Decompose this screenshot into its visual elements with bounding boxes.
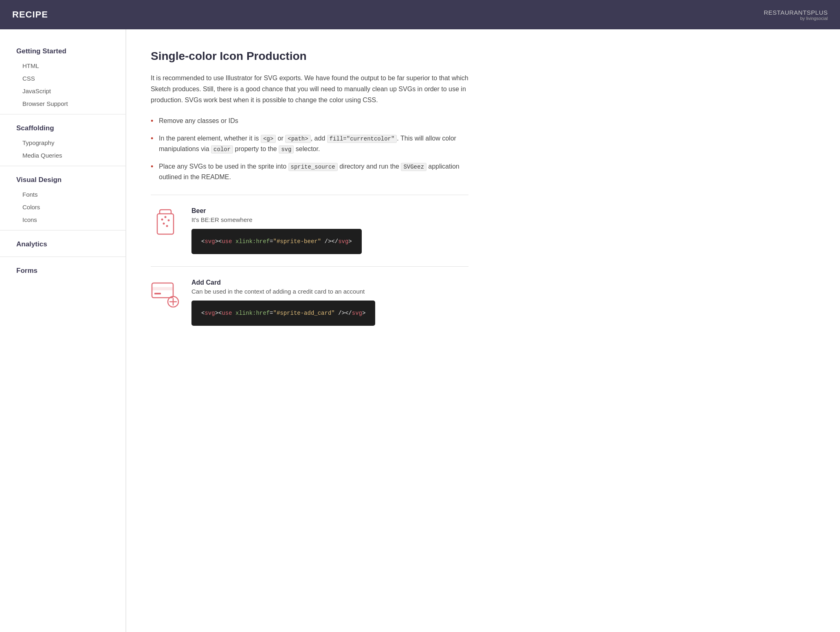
sidebar-section-title-getting-started: Getting Started	[0, 42, 125, 59]
bullet-item-2: In the parent element, whether it is <g>…	[151, 133, 468, 154]
svg-point-1	[161, 218, 163, 220]
intro-paragraph: It is recommended to use Illustrator for…	[151, 72, 468, 106]
sidebar-item-fonts[interactable]: Fonts	[0, 188, 125, 201]
sidebar-section-forms: Forms	[0, 261, 125, 283]
svg-point-5	[166, 225, 168, 227]
icon-card-add-card: Add Card Can be used in the context of a…	[151, 279, 468, 326]
bullet-item-3: Place any SVGs to be used in the sprite …	[151, 161, 468, 182]
add-card-icon-desc: Can be used in the context of adding a c…	[191, 288, 375, 295]
sidebar-item-browser-support[interactable]: Browser Support	[0, 97, 125, 110]
sidebar-section-title-forms: Forms	[0, 261, 125, 279]
brand-name-main: RESTAURANTS	[764, 9, 811, 16]
sidebar-item-javascript[interactable]: JavaScript	[0, 85, 125, 97]
code-color-prop: color	[211, 145, 233, 154]
main-layout: Getting Started HTML CSS JavaScript Brow…	[0, 29, 840, 632]
add-card-icon-name: Add Card	[191, 279, 375, 286]
bullet-list: Remove any classes or IDs In the parent …	[151, 116, 468, 182]
beer-icon-name: Beer	[191, 207, 362, 215]
page-title: Single-color Icon Production	[151, 50, 468, 63]
brand-sub: by livingsocial	[764, 16, 828, 21]
sidebar-item-css[interactable]: CSS	[0, 72, 125, 85]
brand-name-plus: PLUS	[811, 9, 828, 16]
sidebar-item-media-queries[interactable]: Media Queries	[0, 149, 125, 162]
sidebar-item-icons[interactable]: Icons	[0, 213, 125, 226]
bullet-3-text: Place any SVGs to be used in the sprite …	[159, 163, 460, 180]
code-sprite-source: sprite_source	[288, 163, 338, 171]
brand-name: RESTAURANTSPLUS	[764, 9, 828, 16]
beer-icon-preview	[151, 207, 180, 237]
svg-rect-8	[154, 293, 161, 294]
divider-1	[151, 195, 468, 195]
bullet-2-text: In the parent element, whether it is <g>…	[159, 135, 456, 152]
add-card-code-block: <svg><use xlink:href="#sprite-add_card" …	[191, 301, 375, 326]
code-path-tag: <path>	[285, 135, 310, 143]
beer-icon-desc: It's BE:ER somewhere	[191, 216, 362, 223]
beer-code-block: <svg><use xlink:href="#sprite-beer" /></…	[191, 229, 362, 254]
add-card-icon	[151, 280, 180, 307]
sidebar-section-title-scaffolding: Scaffolding	[0, 118, 125, 136]
sidebar-item-colors[interactable]: Colors	[0, 201, 125, 213]
code-fill-attr: fill="currentcolor"	[327, 135, 397, 143]
sidebar-item-html[interactable]: HTML	[0, 59, 125, 72]
code-g-tag: <g>	[261, 135, 276, 143]
beer-icon	[155, 208, 176, 236]
brand-info: RESTAURANTSPLUS by livingsocial	[764, 9, 828, 21]
sidebar-item-typography[interactable]: Typography	[0, 136, 125, 149]
sidebar-section-title-visual-design: Visual Design	[0, 170, 125, 188]
svg-point-3	[168, 219, 170, 221]
add-card-icon-info: Add Card Can be used in the context of a…	[191, 279, 375, 326]
app-logo: RECIPE	[12, 9, 48, 20]
beer-icon-info: Beer It's BE:ER somewhere <svg><use xlin…	[191, 207, 362, 254]
icon-card-beer: Beer It's BE:ER somewhere <svg><use xlin…	[151, 207, 468, 254]
bullet-1-text: Remove any classes or IDs	[159, 117, 238, 124]
sidebar-section-title-analytics: Analytics	[0, 235, 125, 252]
svg-point-4	[163, 222, 165, 224]
divider-2	[151, 266, 468, 267]
bullet-item-1: Remove any classes or IDs	[151, 116, 468, 126]
add-card-icon-preview	[151, 279, 180, 308]
code-svgeez: SVGeez	[401, 163, 426, 171]
svg-rect-7	[152, 287, 173, 290]
code-svg-selector: svg	[279, 145, 294, 154]
app-header: RECIPE RESTAURANTSPLUS by livingsocial	[0, 0, 840, 29]
sidebar-section-visual-design: Visual Design Fonts Colors Icons	[0, 170, 125, 230]
sidebar-section-scaffolding: Scaffolding Typography Media Queries	[0, 118, 125, 166]
sidebar: Getting Started HTML CSS JavaScript Brow…	[0, 29, 126, 632]
main-content: Single-color Icon Production It is recom…	[126, 29, 493, 632]
sidebar-section-getting-started: Getting Started HTML CSS JavaScript Brow…	[0, 42, 125, 114]
svg-point-2	[165, 216, 167, 218]
sidebar-section-analytics: Analytics	[0, 235, 125, 257]
